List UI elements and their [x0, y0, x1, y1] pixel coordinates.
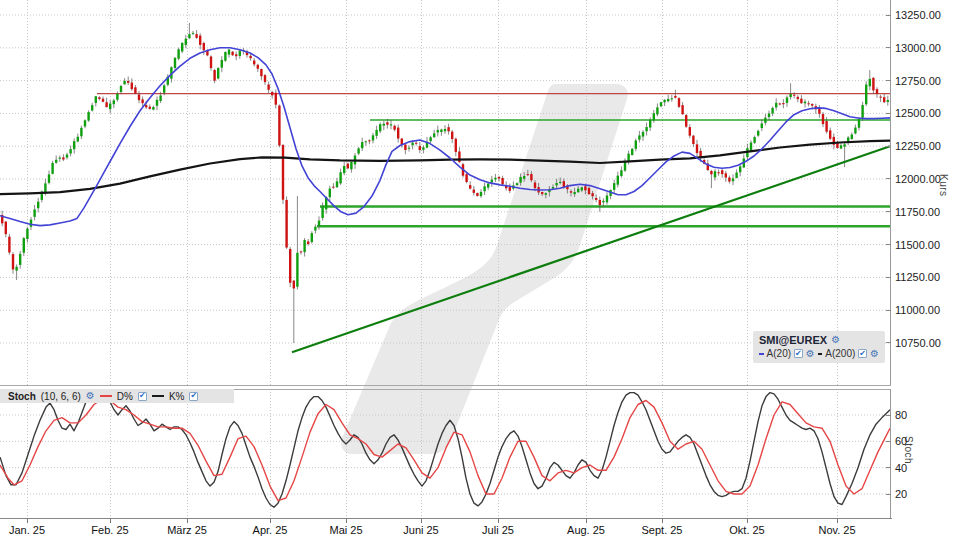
- y-axis-tick-label: 12000.00: [886, 172, 941, 185]
- y-axis-tick-label: 13000.00: [886, 41, 941, 54]
- ma20-checkbox[interactable]: ✔: [794, 349, 803, 358]
- y-axis-tick-label: 60: [886, 435, 907, 448]
- candlestick-series: [1, 23, 889, 343]
- stoch-indicator-name: Stoch: [8, 391, 36, 402]
- ma20-line-sample: [759, 353, 764, 355]
- x-axis-month-label: Juni 25: [403, 524, 438, 536]
- chart-application: Kurs Stoch Jan. 25Feb. 25März 25Apr. 25M…: [0, 0, 960, 540]
- axis-tick-mark: [886, 80, 891, 81]
- symbol-name: SMI@EUREX: [759, 334, 827, 346]
- x-axis-tick-mark: [586, 519, 587, 523]
- axis-tick-mark: [886, 15, 891, 16]
- y-axis-tick-label: 80: [886, 409, 907, 422]
- x-axis-month-label: Sept. 25: [642, 524, 683, 536]
- stoch-grid: [0, 389, 891, 518]
- axis-tick-mark: [886, 178, 891, 179]
- d-checkbox[interactable]: ✔: [138, 392, 147, 401]
- x-axis-tick-mark: [270, 519, 271, 523]
- d-line-sample: [100, 395, 112, 397]
- symbol-settings-gear-icon[interactable]: ⚙: [831, 335, 840, 345]
- y-axis-tick-label: 12750.00: [886, 74, 941, 87]
- x-axis-tick-mark: [346, 519, 347, 523]
- d-line[interactable]: [0, 399, 890, 500]
- x-axis-month-label: Feb. 25: [91, 524, 128, 536]
- x-axis: Jan. 25Feb. 25März 25Apr. 25Mai 25Juni 2…: [0, 518, 960, 540]
- x-axis-month-label: Juli 25: [482, 524, 514, 536]
- axis-tick-mark: [886, 342, 891, 343]
- ma200-line-sample: [818, 353, 823, 355]
- stoch-params: (10, 6, 6): [41, 391, 81, 402]
- y-axis-tick-label: 11000.00: [886, 304, 940, 317]
- x-axis-month-label: Apr. 25: [253, 524, 288, 536]
- x-axis-month-label: Jan. 25: [9, 524, 45, 536]
- axis-tick-mark: [886, 47, 891, 48]
- ma20-label: A(20): [767, 348, 791, 359]
- y-axis-tick-label: 20: [886, 488, 907, 501]
- d-label: D%: [117, 391, 133, 402]
- price-chart-panel[interactable]: [0, 0, 892, 386]
- ma200-label: A(200): [825, 348, 855, 359]
- x-axis-month-label: Okt. 25: [729, 524, 764, 536]
- x-axis-tick-mark: [747, 519, 748, 523]
- y-axis-tick-label: 10750.00: [886, 336, 941, 349]
- x-axis-line: [0, 518, 892, 519]
- y-axis-tick-label: 12500.00: [886, 107, 941, 120]
- stoch-settings-gear-icon[interactable]: ⚙: [86, 391, 95, 401]
- y-axis-tick-label: 40: [886, 461, 907, 474]
- x-axis-month-label: März 25: [167, 524, 207, 536]
- axis-tick-mark: [886, 146, 891, 147]
- y-axis-tick-label: 13250.00: [886, 9, 941, 22]
- x-axis-tick-mark: [837, 519, 838, 523]
- x-axis-month-label: Mai 25: [329, 524, 362, 536]
- k-checkbox[interactable]: ✔: [189, 392, 198, 401]
- y-axis-tick-label: 11250.00: [886, 271, 940, 284]
- price-legend: SMI@EUREX ⚙ A(20) ✔ ⚙ A(200) ✔ ⚙: [753, 331, 885, 363]
- x-axis-month-label: Aug. 25: [567, 524, 605, 536]
- axis-tick-mark: [886, 244, 891, 245]
- x-axis-month-label: Nov. 25: [818, 524, 855, 536]
- k-label: K%: [169, 391, 185, 402]
- axis-tick-mark: [886, 494, 891, 495]
- stoch-chart-panel[interactable]: [0, 389, 892, 518]
- ma20-settings-gear-icon[interactable]: ⚙: [806, 349, 815, 359]
- axis-tick-mark: [886, 467, 891, 468]
- y-axis-tick-label: 11750.00: [886, 205, 940, 218]
- stoch-legend: Stoch (10, 6, 6) ⚙ D% ✔ K% ✔: [0, 389, 234, 403]
- y-axis-tick-label: 12250.00: [886, 140, 941, 153]
- x-axis-tick-mark: [187, 519, 188, 523]
- ma200-checkbox[interactable]: ✔: [858, 349, 867, 358]
- axis-tick-mark: [886, 310, 891, 311]
- x-axis-tick-mark: [110, 519, 111, 523]
- axis-tick-mark: [886, 441, 891, 442]
- y-axis-tick-label: 11500.00: [886, 238, 940, 251]
- k-line-sample: [152, 395, 164, 397]
- axis-tick-mark: [886, 113, 891, 114]
- x-axis-tick-mark: [662, 519, 663, 523]
- axis-tick-mark: [886, 415, 891, 416]
- ma200-line[interactable]: [0, 141, 890, 194]
- axis-tick-mark: [886, 277, 891, 278]
- axis-tick-mark: [886, 211, 891, 212]
- x-axis-tick-mark: [27, 519, 28, 523]
- x-axis-tick-mark: [421, 519, 422, 523]
- x-axis-tick-mark: [498, 519, 499, 523]
- ma20-line[interactable]: [0, 48, 890, 226]
- ma200-settings-gear-icon[interactable]: ⚙: [870, 349, 879, 359]
